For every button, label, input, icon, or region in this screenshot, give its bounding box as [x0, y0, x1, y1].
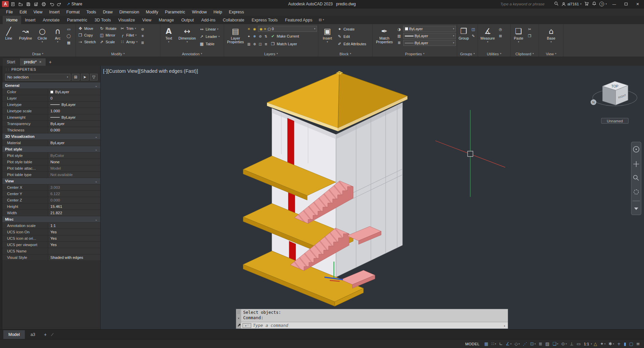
menu-tools[interactable]: Tools [83, 8, 99, 16]
property-row[interactable]: UCS icon at ori...Yes [2, 235, 100, 242]
ribbon-tab-add-ins[interactable]: Add-ins [198, 16, 219, 24]
annotation-visibility-icon[interactable]: △ [592, 341, 598, 347]
snap-icon[interactable]: ∷▾ [490, 341, 497, 347]
selection-cycling-icon[interactable]: ❏▾ [551, 341, 559, 347]
property-row[interactable]: Linetype scale1.000 [2, 108, 100, 114]
undo-icon[interactable] [48, 1, 55, 7]
section-header-plot-style[interactable]: Plot style⌄ [2, 146, 100, 153]
layer-tool-icon[interactable]: ⊘ [258, 34, 263, 39]
dynamic-ucs-icon[interactable]: ⊥ [569, 341, 575, 347]
ribbon-tab-parametric[interactable]: Parametric [63, 16, 91, 24]
property-row[interactable]: TransparencyByLayer [2, 121, 100, 127]
wrench-icon[interactable] [237, 323, 240, 328]
selection-dropdown[interactable]: No selection▾ [5, 74, 70, 80]
redo-icon[interactable] [56, 1, 63, 7]
ribbon-tab-3d-tools[interactable]: 3D Tools [91, 16, 114, 24]
group-edit-icon[interactable]: ✎ [470, 33, 476, 39]
property-row[interactable]: Center Z0.000 [2, 197, 100, 204]
ribbon-tab-featured-apps[interactable]: Featured Apps [281, 16, 316, 24]
menu-window[interactable]: Window [189, 8, 210, 16]
file-tab-start[interactable]: Start [3, 58, 19, 66]
property-row[interactable]: LineweightByLayer [2, 114, 100, 121]
match-layer-button[interactable]: ❐Match Layer [269, 41, 298, 47]
menu-format[interactable]: Format [63, 8, 83, 16]
property-row[interactable]: Annotation scale1:1 [2, 223, 100, 229]
menu-edit[interactable]: Edit [16, 8, 30, 16]
osnap-tracking-icon[interactable]: ⋰ [522, 341, 529, 347]
paste-button[interactable]: ❏Paste▾ [512, 25, 526, 43]
clean-screen-icon[interactable]: ▢ [628, 341, 635, 347]
building-model[interactable] [243, 71, 408, 306]
close-button[interactable]: ✕ [633, 0, 642, 8]
viewport-controls-label[interactable]: [-][Custom View][Shaded with edges (Fast… [103, 68, 198, 74]
ortho-icon[interactable]: ∟ [498, 341, 504, 347]
properties-tool-icon[interactable]: ◑ [396, 26, 402, 32]
new-drawing-tab-button[interactable]: + [46, 58, 54, 66]
isodraft-icon[interactable]: ◇▾ [513, 341, 521, 347]
property-row[interactable]: Layer0 [2, 95, 100, 102]
property-row[interactable]: Visual StyleShaded with edges [2, 254, 100, 261]
graphics-performance-icon[interactable]: ▮ [623, 341, 628, 347]
quick-calc-icon[interactable]: ⊞ [497, 33, 503, 39]
circle-button[interactable]: ○Circle▾ [35, 25, 50, 43]
menu-dimension[interactable]: Dimension [116, 8, 143, 16]
cut-icon[interactable]: ✂ [527, 26, 533, 32]
command-line-window[interactable]: ✕ Select objects: Command: ▸▾ ▴ [236, 309, 508, 329]
section-header-misc[interactable]: Misc⌄ [2, 216, 100, 223]
panel-label-groups[interactable]: Groups▾ [457, 51, 478, 57]
panel-label-utilities[interactable]: Utilities▾ [478, 51, 510, 57]
hatch-icon[interactable]: ▦ [66, 40, 72, 46]
ribbon-tab-annotate[interactable]: Annotate [39, 16, 63, 24]
search-icon[interactable] [554, 1, 558, 7]
property-row[interactable]: Plot table attac...Model [2, 165, 100, 172]
layer-tool-icon[interactable]: ✦ [247, 34, 251, 39]
quick-select-icon[interactable]: ▽ [90, 74, 98, 80]
ungroup-icon[interactable]: ◫ [470, 26, 476, 32]
section-header-general[interactable]: General⌄ [2, 82, 100, 89]
id-point-icon[interactable]: ◎ [497, 26, 503, 32]
line-button[interactable]: ╱Line [1, 25, 16, 40]
ribbon-tab-output[interactable]: Output [177, 16, 198, 24]
copy-button[interactable]: ❐Copy [77, 32, 97, 39]
polar-tracking-icon[interactable]: ∠▾ [504, 341, 513, 347]
edit-block-button[interactable]: ✎Edit [336, 33, 367, 40]
ellipse-icon[interactable]: ◯ [66, 33, 72, 39]
annotation-scale-button[interactable]: 1:1 [582, 341, 590, 347]
menu-insert[interactable]: Insert [46, 8, 63, 16]
osnap-icon[interactable]: ⊡▾ [529, 341, 537, 347]
property-row[interactable]: Center X3.003 [2, 184, 100, 191]
menu-parametric[interactable]: Parametric [162, 8, 189, 16]
property-row[interactable]: Plot styleByColor [2, 153, 100, 159]
scale-button[interactable]: ⇗Scale [98, 39, 117, 45]
ribbon-tab-express-tools[interactable]: Express Tools [248, 16, 281, 24]
property-row[interactable]: UCS icon OnYes [2, 229, 100, 235]
move-button[interactable]: ✥Move [77, 25, 97, 32]
group-button[interactable]: ❒Group [458, 25, 469, 40]
base-view-button[interactable]: ⌂Base▾ [544, 25, 558, 43]
minimize-button[interactable]: — [610, 0, 619, 8]
array-button[interactable]: ∷Array▾ [119, 39, 139, 45]
palette-dock-bar[interactable] [0, 66, 2, 329]
rotate-button[interactable]: ↻Rotate [98, 25, 117, 32]
ribbon-tab-visualize[interactable]: Visualize [115, 16, 139, 24]
polyline-button[interactable]: ↝Polyline [17, 25, 34, 40]
search-input[interactable] [500, 2, 551, 6]
mirror-button[interactable]: ◫Mirror [98, 32, 117, 39]
layer-freeze-icon[interactable]: ◉ [252, 26, 257, 31]
transparency-icon[interactable]: ▨ [544, 341, 551, 347]
section-header-view[interactable]: View⌄ [2, 178, 100, 184]
trim-button[interactable]: ✂Trim▾ [119, 25, 139, 32]
dynamic-input-icon[interactable]: ▭ [575, 341, 582, 347]
match-properties-button[interactable]: ✒Match Properties [374, 25, 395, 44]
text-button[interactable]: AText▾ [161, 25, 176, 43]
new-file-icon[interactable] [9, 1, 16, 7]
menu-express[interactable]: Express [225, 8, 247, 16]
measure-button[interactable]: ∡Measure▾ [479, 25, 496, 43]
menu-draw[interactable]: Draw [100, 8, 116, 16]
layout-overflow-icon[interactable]: ∕ [50, 332, 54, 337]
autoscale-icon[interactable]: ✦▾ [599, 341, 607, 347]
dimension-button[interactable]: ↔Dimension▾ [177, 25, 198, 43]
layer-tool-icon[interactable]: ⊕ [252, 42, 257, 46]
property-row[interactable]: MaterialByLayer [2, 140, 100, 146]
panel-label-clipboard[interactable]: Clipboard▾ [511, 51, 539, 57]
